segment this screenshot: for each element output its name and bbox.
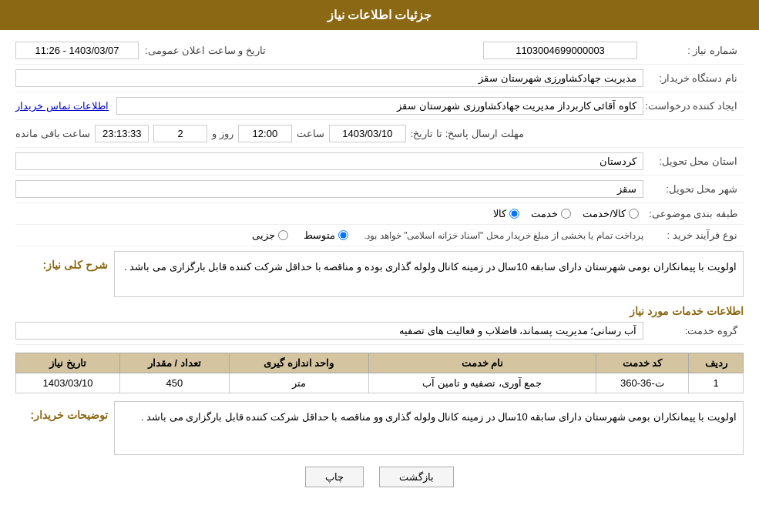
buyer-notes-section: اولویت با پیمانکاران بومی شهرستان دارای … [15,401,744,455]
category-kala-khidmat-label: کالا/خدمت [583,208,626,219]
content-area: شماره نیاز : 1103004699000003 تاریخ و سا… [0,30,759,510]
category-khidmat-label: خدمت [531,208,558,219]
col-code: کد خدمت [596,353,688,373]
need-desc-value: اولویت با پیمانکاران بومی شهرستان دارای … [114,251,744,297]
col-unit: واحد اندازه گیری [229,353,368,373]
page-title: جزئیات اطلاعات نیاز [327,8,432,22]
category-row: طبقه بندی موضوعی: کالا/خدمت خدمت کالا [15,208,744,225]
purchase-label: نوع فرآیند خرید : [643,229,744,241]
col-date: تاریخ نیاز [16,353,120,373]
category-kala: کالا [493,208,519,219]
contact-link[interactable]: اطلاعات تماس خریدار [15,100,109,112]
category-radio-khidmat[interactable] [561,209,571,219]
col-quantity: تعداد / مقدار [120,353,230,373]
service-group-row: گروه خدمت: آب رسانی؛ مدیریت پسماند، فاضل… [15,322,744,345]
deadline-time: 12:00 [238,125,292,142]
page-wrapper: جزئیات اطلاعات نیاز شماره نیاز : 1103004… [0,0,759,532]
page-header: جزئیات اطلاعات نیاز [0,0,759,30]
creator-row: ایجاد کننده درخواست: کاوه آقائی کاربرداز… [15,97,744,120]
services-table-section: ردیف کد خدمت نام خدمت واحد اندازه گیری ت… [15,353,744,393]
category-kala-khidmat: کالا/خدمت [583,208,639,219]
buyer-notes-label: توضیحات خریدار: [15,409,108,421]
need-number-label: شماره نیاز : [643,45,744,56]
deadline-day-label: روز و [212,128,233,139]
deadline-time-label: ساعت [297,128,324,139]
province-row: استان محل تحویل: کردستان [15,152,744,176]
service-group-value: آب رسانی؛ مدیریت پسماند، فاضلاب و فعالیت… [15,322,643,340]
creator-value: کاوه آقائی کاربرداز مدیریت جهادکشاورزی ش… [116,97,643,115]
purchase-juzyi: جزیی [252,229,288,241]
services-title: اطلاعات خدمات مورد نیاز [15,305,744,317]
buyer-notes-value: اولویت با پیمانکاران بومی شهرستان دارای … [114,401,744,455]
category-khidmat: خدمت [531,208,571,219]
print-button[interactable]: چاپ [305,467,364,487]
province-label: استان محل تحویل: [643,156,744,167]
category-kala-label: کالا [493,208,506,219]
cell-code: ت-36-360 [596,373,688,393]
announce-label: تاریخ و ساعت اعلان عمومی: [145,45,266,56]
buyer-org-label: نام دستگاه خریدار: [643,72,744,84]
announce-value: 1403/03/07 - 11:26 [15,42,139,59]
province-value: کردستان [15,152,643,170]
need-desc-label: شرح کلی نیاز: [15,259,108,271]
category-options: کالا/خدمت خدمت کالا [493,208,639,219]
need-number-row: شماره نیاز : 1103004699000003 تاریخ و سا… [15,42,744,65]
city-label: شهر محل تحویل: [643,183,744,195]
buttons-row: بازگشت چاپ [15,467,744,487]
cell-unit: متر [229,373,368,393]
cell-date: 1403/03/10 [16,373,120,393]
purchase-row: نوع فرآیند خرید : پرداخت تمام یا بخشی از… [15,229,744,246]
back-button[interactable]: بازگشت [379,467,454,487]
purchase-options-group: پرداخت تمام یا بخشی از مبلغ خریدار محل "… [15,229,643,241]
deadline-remaining-label: ساعت باقی مانده [15,128,90,139]
purchase-mutavasit: متوسط [304,229,348,241]
creator-label: ایجاد کننده درخواست: [643,100,744,112]
services-table: ردیف کد خدمت نام خدمت واحد اندازه گیری ت… [15,353,744,393]
deadline-days: 2 [153,125,207,142]
need-desc-section: اولویت با پیمانکاران بومی شهرستان دارای … [15,251,744,297]
purchase-juzyi-label: جزیی [252,229,275,241]
deadline-remaining: 23:13:33 [95,125,149,142]
purchase-radio-mutavasit[interactable] [338,230,348,240]
category-radio-kala-khidmat[interactable] [629,209,639,219]
category-radio-kala[interactable] [509,209,519,219]
city-row: شهر محل تحویل: سقز [15,180,744,203]
need-number-value: 1103004699000003 [483,42,637,59]
cell-row: 1 [689,373,744,393]
col-row: ردیف [689,353,744,373]
table-row: 1ت-36-360جمع آوری، تصفیه و تامین آبمتر45… [16,373,744,393]
cell-name: جمع آوری، تصفیه و تامین آب [369,373,596,393]
deadline-date: 1403/03/10 [329,125,406,142]
service-group-label: گروه خدمت: [643,325,744,336]
buyer-org-value: مدیریت جهادکشاورزی شهرستان سقز [15,69,643,87]
category-label: طبقه بندی موضوعی: [643,208,744,219]
deadline-label: مهلت ارسال پاسخ: تا تاریخ: [411,128,530,139]
buyer-org-row: نام دستگاه خریدار: مدیریت جهادکشاورزی شه… [15,69,744,92]
purchase-radio-juzyi[interactable] [278,230,288,240]
purchase-note: پرداخت تمام یا بخشی از مبلغ خریدار محل "… [364,230,643,241]
city-value: سقز [15,180,643,198]
deadline-row: مهلت ارسال پاسخ: تا تاریخ: 1403/03/10 سا… [15,125,744,148]
col-name: نام خدمت [369,353,596,373]
cell-quantity: 450 [120,373,230,393]
purchase-mutavasit-label: متوسط [304,229,335,241]
